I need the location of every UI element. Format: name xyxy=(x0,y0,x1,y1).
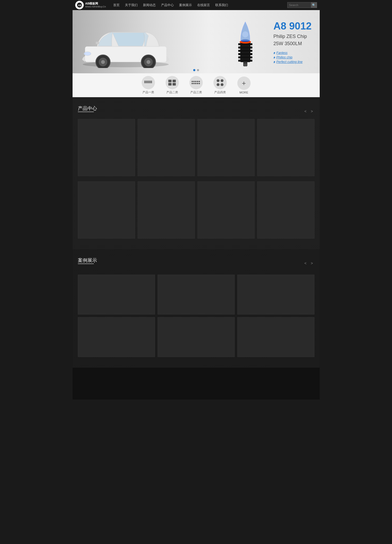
product-grid-row2 xyxy=(78,181,314,239)
dot-2[interactable] xyxy=(197,69,199,71)
svg-rect-38 xyxy=(172,80,176,82)
svg-point-52 xyxy=(221,79,224,82)
product-prev-button[interactable]: < xyxy=(303,109,308,114)
case-card-4[interactable] xyxy=(78,317,155,357)
product-card-3[interactable] xyxy=(197,119,255,176)
case-section-nav: < > xyxy=(303,261,314,266)
product-section-nav: < > xyxy=(303,109,314,114)
case-prev-button[interactable]: < xyxy=(303,261,308,266)
svg-rect-34 xyxy=(148,82,149,83)
svg-rect-22 xyxy=(243,62,247,66)
svg-rect-46 xyxy=(192,83,193,84)
category-3[interactable]: 产品三类 xyxy=(189,76,203,94)
svg-text:AB: AB xyxy=(78,4,81,7)
product-card-8[interactable] xyxy=(257,181,314,239)
product-card-4[interactable] xyxy=(257,119,314,176)
svg-rect-28 xyxy=(148,81,149,82)
category-more[interactable]: + MORE xyxy=(237,76,251,94)
hero-subtitle: Philip ZES Chip 25W 3500LM xyxy=(273,33,312,47)
product-title-underline xyxy=(78,112,94,112)
logo[interactable]: AB AB模板网 Www.AdminBuy.Cn xyxy=(75,1,106,9)
svg-rect-29 xyxy=(150,81,151,82)
hero-product-title: A8 9012 xyxy=(273,21,312,32)
logo-text: AB模板网 Www.AdminBuy.Cn xyxy=(85,2,106,8)
svg-rect-47 xyxy=(193,83,195,84)
product-card-6[interactable] xyxy=(138,181,195,239)
svg-rect-30 xyxy=(151,81,152,82)
feature-cutting: Perfect cutting line xyxy=(273,60,312,64)
svg-rect-36 xyxy=(151,82,152,83)
svg-rect-16 xyxy=(238,53,252,55)
svg-rect-40 xyxy=(172,83,176,86)
svg-rect-45 xyxy=(199,81,200,82)
svg-rect-17 xyxy=(238,56,252,58)
case-card-2[interactable] xyxy=(158,275,235,314)
search-button[interactable]: 🔍 xyxy=(311,2,317,8)
product-card-5[interactable] xyxy=(78,181,135,239)
main-nav: 首页 关于我们 新闻动态 产品中心 案例展示 在线留言 联系我们 xyxy=(111,0,287,10)
product-grid xyxy=(78,119,314,176)
svg-rect-26 xyxy=(146,81,147,82)
category-1-label: 产品一类 xyxy=(142,90,154,94)
svg-rect-44 xyxy=(197,81,198,82)
dot-1[interactable] xyxy=(193,69,195,71)
nav-home[interactable]: 首页 xyxy=(111,0,122,10)
hero-text: A8 9012 Philip ZES Chip 25W 3500LM Fanle… xyxy=(273,21,312,65)
case-section-header: 案例展示 < > xyxy=(78,257,314,269)
logo-icon: AB xyxy=(75,1,84,9)
nav-cases[interactable]: 案例展示 xyxy=(176,0,195,10)
svg-rect-39 xyxy=(168,83,171,86)
svg-rect-43 xyxy=(195,81,196,82)
svg-rect-42 xyxy=(193,81,195,82)
search-area: 🔍 xyxy=(287,2,317,8)
bulb-image xyxy=(229,15,261,69)
product-next-button[interactable]: > xyxy=(309,109,314,114)
category-4[interactable]: 产品四类 xyxy=(213,76,227,94)
svg-point-6 xyxy=(101,60,105,64)
footer xyxy=(73,368,320,400)
hero-banner: A8 9012 Philip ZES Chip 25W 3500LM Fanle… xyxy=(73,10,320,73)
category-2-label: 产品二类 xyxy=(166,90,178,94)
nav-products[interactable]: 产品中心 xyxy=(158,0,176,10)
case-next-button[interactable]: > xyxy=(309,261,314,266)
case-card-5[interactable] xyxy=(158,317,235,357)
category-more-icon: + xyxy=(237,76,251,90)
category-more-label: MORE xyxy=(239,91,248,94)
svg-rect-50 xyxy=(199,83,200,84)
svg-rect-35 xyxy=(150,82,151,83)
feature-philips: Philips chip xyxy=(273,56,312,59)
navbar: AB AB模板网 Www.AdminBuy.Cn 首页 关于我们 新闻动态 产品… xyxy=(73,0,320,10)
svg-point-51 xyxy=(217,79,220,82)
case-card-1[interactable] xyxy=(78,275,155,314)
svg-rect-24 xyxy=(245,63,246,66)
nav-news[interactable]: 新闻动态 xyxy=(140,0,158,10)
product-card-2[interactable] xyxy=(138,119,195,176)
nav-contact[interactable]: 联系我们 xyxy=(213,0,231,10)
case-card-3[interactable] xyxy=(237,275,314,314)
nav-about[interactable]: 关于我们 xyxy=(122,0,140,10)
svg-rect-48 xyxy=(195,83,196,84)
case-section-title: 案例展示 xyxy=(78,257,97,269)
svg-rect-41 xyxy=(192,81,193,82)
svg-point-53 xyxy=(217,83,220,86)
svg-rect-11 xyxy=(96,42,99,44)
search-input[interactable] xyxy=(287,2,311,8)
case-grid xyxy=(78,275,314,357)
category-2[interactable]: 产品二类 xyxy=(166,76,179,94)
svg-point-10 xyxy=(84,52,91,56)
product-card-7[interactable] xyxy=(197,181,255,239)
svg-point-54 xyxy=(221,83,224,86)
product-card-1[interactable] xyxy=(78,119,135,176)
category-2-icon xyxy=(166,76,179,89)
svg-rect-27 xyxy=(147,81,148,82)
car-image xyxy=(75,20,176,68)
case-title-underline xyxy=(78,264,94,264)
case-card-6[interactable] xyxy=(237,317,314,357)
category-1[interactable]: 产品一类 xyxy=(142,76,155,94)
svg-rect-31 xyxy=(144,82,145,83)
svg-rect-14 xyxy=(238,46,252,49)
category-1-icon xyxy=(142,76,155,89)
nav-message[interactable]: 在线留言 xyxy=(195,0,213,10)
category-4-label: 产品四类 xyxy=(214,90,226,94)
case-section: 案例展示 < > xyxy=(73,249,320,368)
